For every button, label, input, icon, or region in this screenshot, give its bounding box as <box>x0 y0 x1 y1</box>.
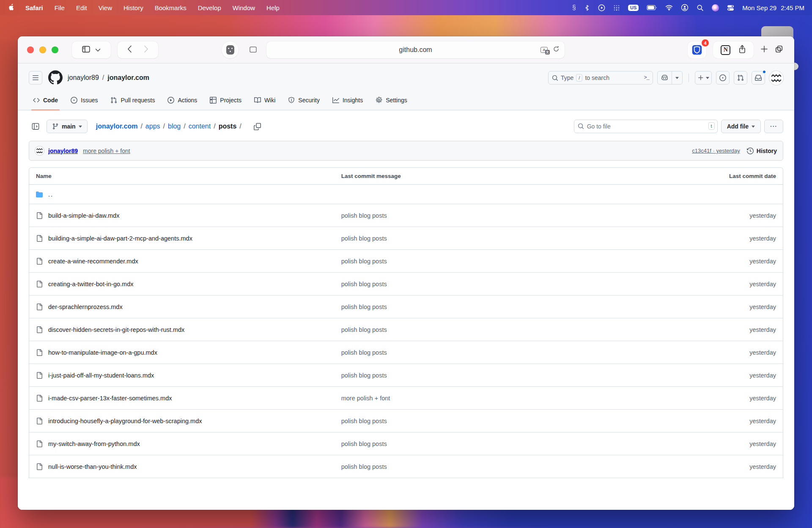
commit-message-cell[interactable]: polish blog posts <box>341 440 387 447</box>
tab-overview-button[interactable] <box>775 45 783 55</box>
commit-message-cell[interactable]: polish blog posts <box>341 258 387 265</box>
commit-author-avatar[interactable] <box>35 146 44 155</box>
commit-message-cell[interactable]: polish blog posts <box>341 326 387 333</box>
play-status-icon[interactable] <box>598 4 605 11</box>
file-row[interactable]: discover-hidden-secrets-in-git-repos-wit… <box>29 318 783 341</box>
bluetooth-icon[interactable] <box>584 4 590 11</box>
file-row[interactable]: my-switch-away-from-python.mdx polish bl… <box>29 432 783 455</box>
global-nav-menu-button[interactable] <box>29 71 42 85</box>
user-account-icon[interactable] <box>681 4 689 11</box>
branch-selector-button[interactable]: main <box>47 120 88 133</box>
commit-message-cell[interactable]: polish blog posts <box>341 463 387 470</box>
pull-requests-header-button[interactable] <box>734 71 747 85</box>
file-row[interactable]: creating-a-twitter-bot-in-go.mdx polish … <box>29 273 783 295</box>
file-row[interactable]: i-just-paid-off-all-my-student-loans.mdx… <box>29 364 783 387</box>
menu-bookmarks[interactable]: Bookmarks <box>155 4 187 11</box>
commit-message-cell[interactable]: more polish + font <box>341 395 390 402</box>
add-file-button[interactable]: Add file <box>721 120 761 133</box>
battery-icon[interactable] <box>647 5 657 11</box>
file-name-link[interactable]: building-a-simple-ai-daw-part-2-mcp-and-… <box>48 235 192 242</box>
commit-message-cell[interactable]: polish blog posts <box>341 372 387 379</box>
tab-wiki[interactable]: Wiki <box>250 90 280 110</box>
file-name-link[interactable]: i-just-paid-off-all-my-student-loans.mdx <box>48 372 154 379</box>
more-options-button[interactable]: ··· <box>764 120 783 133</box>
wifi-icon[interactable] <box>665 5 673 11</box>
input-source-badge[interactable]: US <box>628 5 639 11</box>
collapse-file-tree-button[interactable] <box>29 120 42 133</box>
back-button[interactable] <box>127 45 132 55</box>
github-logo[interactable] <box>48 70 63 86</box>
file-name-link[interactable]: my-switch-away-from-python.mdx <box>48 440 140 447</box>
menu-file[interactable]: File <box>55 4 65 11</box>
tab-issues[interactable]: Issues <box>66 90 102 110</box>
history-link[interactable]: History <box>747 148 777 154</box>
control-center-icon[interactable] <box>727 4 734 11</box>
file-name-link[interactable]: introducing-housefly-a-playground-for-we… <box>48 418 202 424</box>
file-name-link[interactable]: der-sprachlernprozess.mdx <box>48 304 123 310</box>
file-row[interactable]: der-sprachlernprozess.mdx polish blog po… <box>29 295 783 318</box>
menu-view[interactable]: View <box>99 4 112 11</box>
page-layout-icon[interactable] <box>250 47 257 55</box>
new-tab-button[interactable] <box>760 45 768 55</box>
create-new-button[interactable] <box>695 71 712 85</box>
global-search-button[interactable]: Type / to search >_ <box>548 71 653 85</box>
file-name-link[interactable]: i-made-csv-parser-13x-faster-sometimes.m… <box>48 395 172 402</box>
extension-button[interactable] <box>222 41 239 58</box>
parent-directory-link[interactable]: .. <box>48 191 53 198</box>
keypad-grid-icon[interactable] <box>613 4 620 11</box>
file-name-link[interactable]: create-a-wine-recommender.mdx <box>48 258 138 265</box>
file-row[interactable]: how-to-manipulate-image-on-a-gpu.mdx pol… <box>29 341 783 364</box>
commit-message-cell[interactable]: polish blog posts <box>341 281 387 287</box>
file-row[interactable]: i-made-csv-parser-13x-faster-sometimes.m… <box>29 387 783 410</box>
tab-pull-requests[interactable]: Pull requests <box>106 90 159 110</box>
go-to-file-input[interactable] <box>574 120 718 133</box>
share-button[interactable] <box>738 45 746 55</box>
address-bar[interactable]: github.com A文 <box>266 41 565 58</box>
tab-security[interactable]: Security <box>284 90 324 110</box>
commit-message-cell[interactable]: polish blog posts <box>341 418 387 424</box>
menu-help[interactable]: Help <box>266 4 280 11</box>
file-name-link[interactable]: discover-hidden-secrets-in-git-repos-wit… <box>48 326 184 333</box>
forward-button[interactable] <box>144 45 148 55</box>
commit-message-link[interactable]: more polish + font <box>83 148 130 154</box>
menubar-clock[interactable]: Mon Sep 29 2:45 PM <box>742 4 804 11</box>
file-row[interactable]: create-a-wine-recommender.mdx polish blo… <box>29 250 783 273</box>
apple-menu-icon[interactable] <box>8 3 14 12</box>
copy-path-button[interactable] <box>254 123 261 130</box>
commit-author-link[interactable]: jonaylor89 <box>48 148 78 154</box>
repo-name-link[interactable]: jonaylor.com <box>107 74 149 82</box>
copilot-menu-button[interactable] <box>672 71 682 84</box>
minimize-window-button[interactable] <box>39 47 46 53</box>
file-row[interactable]: building-a-simple-ai-daw-part-2-mcp-and-… <box>29 227 783 250</box>
fullscreen-window-button[interactable] <box>52 47 58 53</box>
file-name-link[interactable]: creating-a-twitter-bot-in-go.mdx <box>48 281 133 287</box>
file-row[interactable]: build-a-simple-ai-daw.mdx polish blog po… <box>29 204 783 227</box>
path-link-content[interactable]: content <box>189 123 211 130</box>
parent-directory-row[interactable]: .. <box>29 185 783 204</box>
spotlight-search-icon[interactable] <box>697 4 704 11</box>
menubar-app-name[interactable]: Safari <box>25 4 43 11</box>
file-row[interactable]: null-is-worse-than-you-think.mdx polish … <box>29 455 783 478</box>
file-name-link[interactable]: build-a-simple-ai-daw.mdx <box>48 212 119 219</box>
tab-code[interactable]: Code <box>29 90 62 110</box>
command-palette-icon[interactable]: >_ <box>644 75 649 81</box>
issues-header-button[interactable] <box>716 71 730 85</box>
tab-projects[interactable]: Projects <box>206 90 246 110</box>
file-name-link[interactable]: how-to-manipulate-image-on-a-gpu.mdx <box>48 349 157 356</box>
siri-icon[interactable] <box>712 4 719 11</box>
tab-insights[interactable]: Insights <box>328 90 367 110</box>
tab-actions[interactable]: Actions <box>163 90 201 110</box>
menu-window[interactable]: Window <box>233 4 255 11</box>
commit-message-cell[interactable]: polish blog posts <box>341 349 387 356</box>
commit-message-cell[interactable]: polish blog posts <box>341 235 387 242</box>
sidebar-toggle-icon[interactable] <box>82 46 90 55</box>
bitwarden-extension-button[interactable]: 4 <box>688 41 706 58</box>
menu-history[interactable]: History <box>123 4 143 11</box>
path-link-apps[interactable]: apps <box>145 123 160 130</box>
copilot-button[interactable] <box>658 71 672 84</box>
tab-settings[interactable]: Settings <box>371 90 411 110</box>
inbox-button[interactable] <box>752 71 765 85</box>
reload-icon[interactable] <box>553 46 560 54</box>
file-name-link[interactable]: null-is-worse-than-you-think.mdx <box>48 463 137 470</box>
close-window-button[interactable] <box>27 47 34 53</box>
